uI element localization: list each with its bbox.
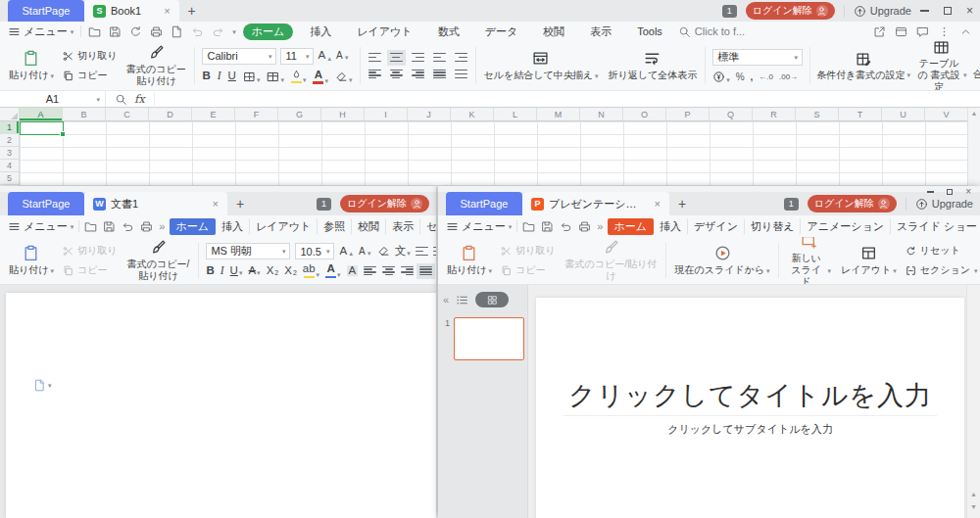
clear-format-button[interactable]: ▾ [335, 71, 353, 83]
column-header[interactable]: I [365, 108, 408, 120]
layout-button[interactable]: レイアウト▾ [836, 237, 902, 284]
slide-title-placeholder[interactable]: クリックしてタイトルを入力 [536, 378, 964, 413]
main-menu-button[interactable]: メニュー▾ [8, 219, 74, 234]
paste-button[interactable]: 貼り付け▾ [4, 41, 59, 90]
open-icon[interactable] [88, 25, 101, 38]
column-header[interactable]: K [451, 108, 494, 120]
copy-button[interactable]: コピー [63, 69, 117, 82]
column-header[interactable]: H [321, 108, 365, 120]
new-slide-button[interactable]: 新しい スライド▾ [782, 237, 837, 284]
more-quick-icons[interactable]: » [597, 220, 603, 232]
column-header[interactable]: Q [710, 108, 753, 120]
tab-formulas[interactable]: 数式 [429, 24, 468, 40]
ss-vertical-scrollbar[interactable]: ▲ [967, 108, 980, 186]
clear-format-button[interactable] [377, 245, 390, 258]
print-icon[interactable] [578, 220, 591, 233]
conditional-format-button[interactable]: 条件付き書式の設定▾ [813, 41, 913, 90]
column-header[interactable]: C [106, 108, 149, 120]
undo-icon[interactable] [560, 220, 572, 233]
italic-button[interactable]: I [218, 71, 221, 82]
more-options-icon[interactable] [938, 25, 951, 38]
cell-style-button[interactable]: ▾ [267, 71, 284, 83]
italic-button[interactable]: I [220, 265, 224, 277]
decrease-decimal-button[interactable]: .00→ [779, 72, 798, 81]
ss-startpage-tab[interactable]: StartPage [8, 0, 84, 22]
close-tab-icon[interactable]: × [213, 198, 219, 210]
column-header[interactable]: D [149, 108, 192, 120]
share-icon[interactable] [873, 25, 886, 38]
increase-decimal-button[interactable]: ←.0 [759, 72, 773, 81]
tab-review[interactable]: 校閲 [352, 218, 386, 235]
switch-window-icon[interactable] [895, 25, 907, 38]
decrease-font-button[interactable]: A▼ [359, 247, 372, 257]
superscript-button[interactable]: X2 [267, 265, 279, 277]
close-button[interactable]: × [965, 187, 971, 197]
bold-button[interactable]: B [206, 265, 214, 277]
column-header[interactable]: V [925, 108, 968, 120]
window-count-badge[interactable]: 1 [317, 198, 331, 211]
align-center-button[interactable] [390, 70, 403, 79]
undo-icon[interactable] [191, 25, 204, 38]
upgrade-button[interactable]: Upgrade [915, 198, 973, 211]
comma-format-button[interactable]: , [751, 71, 754, 82]
strikethrough-button[interactable]: A▾ [248, 265, 260, 277]
align-left-button[interactable] [364, 266, 376, 276]
tab-layout[interactable]: レイアウト [250, 218, 318, 235]
decrease-font-button[interactable]: A▼ [336, 51, 350, 61]
align-top-button[interactable] [368, 53, 381, 63]
column-header[interactable]: J [408, 108, 451, 120]
close-tab-icon[interactable]: × [655, 198, 661, 210]
document-page[interactable] [6, 293, 436, 518]
tab-animation[interactable]: アニメーション [801, 218, 891, 235]
new-tab-button[interactable]: + [179, 0, 205, 22]
tab-tools[interactable]: Tools [628, 24, 671, 38]
tab-insert[interactable]: 挿入 [216, 218, 250, 235]
justify-button[interactable] [419, 266, 432, 276]
column-header[interactable]: F [235, 108, 278, 120]
font-color-button[interactable]: A▾ [313, 70, 328, 84]
slide-thumbnail[interactable] [454, 317, 524, 360]
percent-format-button[interactable]: % [736, 71, 745, 82]
font-size-select[interactable]: 10.5▾ [295, 243, 334, 259]
underline-button[interactable]: U [228, 71, 236, 82]
char-shading-button[interactable]: A [347, 265, 359, 277]
login-status-button[interactable]: ログイン解除 [808, 195, 897, 212]
increase-font-button[interactable]: A▲ [339, 246, 354, 258]
increase-indent-button[interactable] [455, 53, 467, 63]
column-header[interactable]: U [882, 108, 925, 120]
maximize-button[interactable] [947, 189, 953, 195]
ribbon-search[interactable]: Click to f... [678, 25, 745, 38]
cut-button[interactable]: 切り取り [63, 244, 117, 258]
subscript-button[interactable]: X2 [284, 265, 297, 277]
minimize-button[interactable] [920, 10, 929, 12]
column-header[interactable]: G [278, 108, 321, 120]
tab-section[interactable]: セクション [420, 218, 436, 235]
font-name-select[interactable]: MS 明朝▾ [206, 243, 290, 259]
tab-home[interactable]: ホーム [243, 24, 294, 40]
column-header[interactable]: T [839, 108, 882, 120]
insert-function-icon[interactable] [115, 93, 127, 106]
undo-icon[interactable] [122, 220, 134, 233]
select-all-corner[interactable] [0, 108, 20, 120]
collapse-panel-button[interactable]: « [443, 294, 449, 306]
row-header[interactable]: 3 [0, 147, 19, 160]
export-icon[interactable] [129, 25, 142, 38]
highlight-button[interactable]: ab▾ [303, 263, 319, 278]
slide-subtitle-placeholder[interactable]: クリックしてサブタイトルを入力 [536, 422, 964, 437]
paste-options-floatie[interactable]: ▾ [33, 379, 52, 392]
pp-vertical-scrollbar[interactable] [966, 285, 980, 518]
merge-center-button[interactable]: セルを結合して中央揃え▾ [479, 41, 604, 90]
row-header[interactable]: 5 [0, 172, 19, 185]
preview-icon[interactable] [171, 25, 183, 38]
tab-view[interactable]: 表示 [386, 218, 420, 235]
tab-home[interactable]: ホーム [170, 218, 216, 235]
login-status-button[interactable]: ログイン解除 [340, 195, 429, 212]
main-menu-button[interactable]: メニュー▾ [446, 219, 512, 234]
currency-format-button[interactable]: ▾ [712, 71, 730, 83]
font-size-select[interactable]: 11▾ [280, 48, 314, 65]
save-icon[interactable] [109, 25, 122, 38]
formula-input[interactable] [155, 91, 980, 107]
column-header[interactable]: A [20, 108, 63, 120]
minimize-button[interactable] [927, 191, 934, 193]
tab-design[interactable]: デザイン [688, 218, 745, 235]
